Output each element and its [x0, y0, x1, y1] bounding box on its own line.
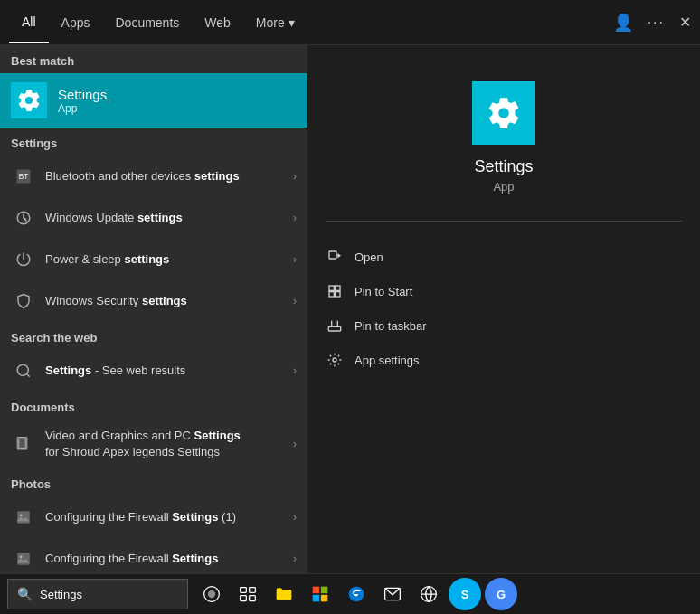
photos-header: Photos	[0, 468, 307, 496]
video-graphics-text: Video and Graphics and PC Settingsfor Sh…	[45, 428, 293, 460]
more-options-icon[interactable]: ···	[648, 14, 665, 31]
arrow-icon: ›	[293, 553, 297, 565]
list-item[interactable]: Windows Update settings ›	[0, 197, 307, 239]
svg-point-18	[333, 358, 336, 362]
svg-rect-17	[328, 326, 340, 331]
svg-rect-14	[336, 286, 340, 290]
svg-point-20	[208, 590, 215, 598]
arrow-icon: ›	[293, 212, 297, 224]
best-match-item[interactable]: Settings App ›	[0, 73, 307, 128]
taskbar-icons: S G	[195, 578, 517, 610]
app-settings-action[interactable]: App settings	[326, 343, 682, 377]
documents-header: Documents	[0, 392, 307, 420]
top-nav: All Apps Documents Web More ▾ 👤 ··· ✕	[0, 0, 700, 45]
arrow-icon: ›	[293, 253, 297, 266]
update-icon	[11, 205, 36, 231]
best-match-title: Settings	[58, 87, 107, 102]
main-layout: Best match Settings App › Settings BT Bl…	[0, 45, 700, 573]
pin-to-taskbar-action[interactable]: Pin to taskbar	[326, 308, 682, 343]
shield-icon	[11, 288, 36, 314]
windows-security-text: Windows Security settings	[45, 294, 293, 309]
svg-rect-8	[17, 553, 30, 566]
file-explorer-icon[interactable]	[268, 578, 300, 610]
svg-rect-23	[241, 596, 247, 601]
list-item[interactable]: Configuring the Firewall Settings ›	[0, 538, 307, 573]
list-item[interactable]: Settings - See web results ›	[0, 350, 307, 392]
tab-apps[interactable]: Apps	[49, 3, 103, 43]
arrow-icon: ›	[293, 511, 297, 524]
svg-point-3	[17, 364, 28, 375]
search-input[interactable]	[40, 588, 192, 601]
settings-app-icon	[11, 82, 47, 118]
power-sleep-text: Power & sleep settings	[45, 252, 293, 268]
nav-actions: 👤 ··· ✕	[613, 13, 691, 33]
arrow-icon: ›	[293, 295, 297, 307]
bluetooth-settings-text: Bluetooth and other devices settings	[45, 169, 293, 184]
right-divider	[326, 221, 682, 222]
svg-rect-22	[250, 588, 256, 593]
left-panel: Best match Settings App › Settings BT Bl…	[0, 45, 307, 573]
bluetooth-icon: BT	[11, 164, 36, 189]
search-web-icon	[11, 358, 36, 383]
power-icon	[11, 247, 36, 272]
task-view-icon[interactable]	[232, 578, 264, 610]
list-item[interactable]: BT Bluetooth and other devices settings …	[0, 156, 307, 197]
search-bar[interactable]: 🔍	[7, 579, 188, 609]
open-label: Open	[355, 250, 383, 264]
best-match-text: Settings App	[58, 87, 107, 115]
feedback-icon[interactable]: 👤	[613, 13, 633, 33]
photo-icon	[11, 505, 36, 530]
svg-rect-25	[313, 587, 320, 594]
search-icon: 🔍	[17, 587, 33, 601]
edge-icon[interactable]	[340, 578, 373, 610]
svg-rect-12	[329, 251, 336, 259]
search-web-text: Settings - See web results	[45, 364, 293, 379]
tab-web[interactable]: Web	[192, 3, 243, 43]
taskbar: 🔍 S G	[0, 573, 700, 614]
cortana-icon[interactable]	[195, 578, 228, 610]
pin-taskbar-label: Pin to taskbar	[355, 319, 427, 333]
best-match-header: Best match	[0, 45, 307, 73]
pin-start-label: Pin to Start	[355, 285, 412, 298]
svg-rect-26	[321, 587, 328, 594]
globe-icon[interactable]	[412, 578, 445, 610]
app-name: Settings	[474, 157, 533, 176]
list-item[interactable]: Configuring the Firewall Settings (1) ›	[0, 496, 307, 538]
pin-to-start-action[interactable]: Pin to Start	[326, 274, 682, 308]
svg-rect-6	[17, 512, 30, 524]
skype-icon[interactable]: S	[449, 578, 481, 610]
app-info: Settings App	[307, 45, 700, 212]
best-match-subtitle: App	[58, 102, 107, 115]
svg-rect-21	[241, 588, 247, 593]
svg-rect-16	[336, 292, 340, 297]
search-web-header: Search the web	[0, 322, 307, 350]
tab-more[interactable]: More ▾	[243, 3, 307, 43]
svg-rect-5	[19, 439, 26, 449]
action-list: Open Pin to Start Pin to taskbar App set…	[307, 231, 700, 386]
list-item[interactable]: Windows Security settings ›	[0, 280, 307, 322]
tab-all[interactable]: All	[9, 2, 49, 43]
svg-text:BT: BT	[19, 173, 29, 181]
arrow-icon: ›	[293, 170, 297, 183]
open-action[interactable]: Open	[326, 240, 682, 274]
best-match-arrow: ›	[107, 94, 110, 107]
app-settings-label: App settings	[355, 354, 420, 367]
pin-start-icon	[326, 282, 344, 300]
app-settings-icon	[326, 351, 344, 369]
microsoft-store-icon[interactable]	[304, 578, 336, 610]
photo-icon	[11, 546, 36, 571]
arrow-icon: ›	[293, 438, 297, 450]
list-item[interactable]: Video and Graphics and PC Settingsfor Sh…	[0, 420, 307, 468]
svg-rect-13	[329, 286, 334, 290]
tab-documents[interactable]: Documents	[102, 3, 192, 43]
svg-rect-24	[250, 596, 256, 601]
list-item[interactable]: Power & sleep settings ›	[0, 239, 307, 280]
settings-large-icon	[472, 81, 535, 145]
open-icon	[326, 248, 344, 266]
mail-icon[interactable]	[376, 578, 409, 610]
google-icon[interactable]: G	[485, 578, 517, 610]
pin-taskbar-icon	[326, 316, 344, 335]
firewall-settings-2-text: Configuring the Firewall Settings	[45, 552, 293, 567]
app-type: App	[493, 180, 514, 194]
close-icon[interactable]: ✕	[679, 14, 691, 31]
